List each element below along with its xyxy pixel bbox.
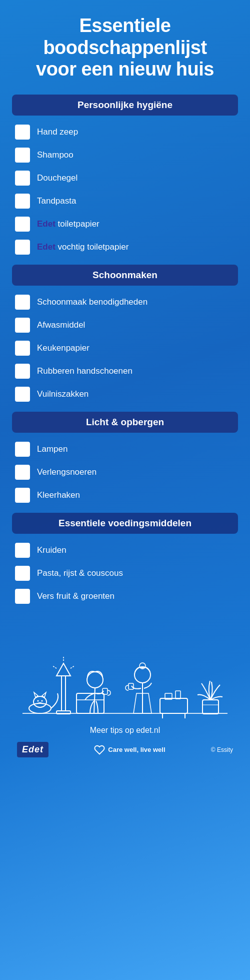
svg-marker-3 xyxy=(34,692,38,697)
food-section-header: Essentiele voedingsmiddelen xyxy=(12,513,238,534)
cleaning-checklist: Schoonmaak benodigdheden Afwasmiddel Keu… xyxy=(12,293,238,404)
list-item: Kleerhaken xyxy=(12,486,238,505)
checkbox[interactable] xyxy=(15,217,30,232)
item-text: Edet toiletpapier xyxy=(37,219,100,229)
list-item: Hand zeep xyxy=(12,123,238,142)
cleaning-section-header: Schoonmaken xyxy=(12,265,238,286)
svg-point-5 xyxy=(38,700,39,702)
svg-rect-21 xyxy=(160,698,188,713)
hygiene-checklist: Hand zeep Shampoo Douchegel Tandpasta Ed… xyxy=(12,123,238,257)
list-item: Kruiden xyxy=(12,541,238,560)
item-text: Lampen xyxy=(37,444,68,454)
main-title: Essentiele boodschappenlijst voor een ni… xyxy=(12,15,238,81)
item-text: Kleerhaken xyxy=(37,490,80,500)
item-text: Vuilniszakken xyxy=(37,389,88,399)
list-item: Lampen xyxy=(12,440,238,459)
illustration xyxy=(12,616,238,721)
list-item: Edet vochtig toiletpapier xyxy=(12,238,238,257)
list-item: Schoonmaak benodigdheden xyxy=(12,293,238,312)
edet-brand: Edet xyxy=(37,242,56,252)
checkbox[interactable] xyxy=(15,171,30,186)
food-checklist: Kruiden Pasta, rijst & couscous Vers fru… xyxy=(12,541,238,606)
checkbox[interactable] xyxy=(15,488,30,503)
item-text: Shampoo xyxy=(37,150,74,160)
illustration-svg xyxy=(18,616,232,721)
essity-text: © Essity xyxy=(211,746,233,753)
list-item: Keukenpapier xyxy=(12,339,238,358)
item-text: Verlengsnoeren xyxy=(37,467,96,477)
edet-logo: Edet xyxy=(17,742,48,757)
list-item: Douchegel xyxy=(12,169,238,188)
svg-line-12 xyxy=(52,666,56,668)
meer-tips-text: Meer tips op edet.nl xyxy=(12,726,238,735)
svg-rect-20 xyxy=(128,683,134,689)
item-text: Douchegel xyxy=(37,173,78,183)
hygiene-section-header: Persoonlijke hygiëne xyxy=(12,95,238,116)
item-text: Kruiden xyxy=(37,545,66,555)
list-item: Afwasmiddel xyxy=(12,316,238,335)
item-text: Rubberen handschoenen xyxy=(37,366,132,376)
svg-point-6 xyxy=(42,700,43,702)
checkbox[interactable] xyxy=(15,442,30,457)
main-container: Essentiele boodschappenlijst voor een ni… xyxy=(0,0,250,767)
checkbox[interactable] xyxy=(15,125,30,140)
list-item: Shampoo xyxy=(12,146,238,165)
checkbox[interactable] xyxy=(15,566,30,581)
list-item: Rubberen handschoenen xyxy=(12,362,238,381)
checkbox[interactable] xyxy=(15,589,30,604)
item-text: Edet vochtig toiletpapier xyxy=(37,242,128,252)
svg-marker-4 xyxy=(42,692,46,697)
checkbox[interactable] xyxy=(15,148,30,163)
svg-rect-9 xyxy=(62,676,66,711)
svg-rect-25 xyxy=(176,691,180,699)
item-text: Schoonmaak benodigdheden xyxy=(37,297,148,307)
heart-icon xyxy=(94,744,105,755)
checkbox[interactable] xyxy=(15,194,30,209)
checkbox[interactable] xyxy=(15,543,30,558)
item-text: Afwasmiddel xyxy=(37,320,85,330)
checkbox[interactable] xyxy=(15,341,30,356)
item-text: Vers fruit & groenten xyxy=(37,591,114,601)
item-text: Keukenpapier xyxy=(37,343,90,353)
svg-point-16 xyxy=(87,672,103,688)
svg-point-1 xyxy=(29,703,51,713)
storage-checklist: Lampen Verlengsnoeren Kleerhaken xyxy=(12,440,238,505)
care-well: Care well, live well xyxy=(94,744,165,755)
list-item: Verlengsnoeren xyxy=(12,463,238,482)
care-well-text: Care well, live well xyxy=(108,746,165,753)
svg-point-2 xyxy=(34,696,46,707)
list-item: Pasta, rijst & couscous xyxy=(12,564,238,583)
item-text: Pasta, rijst & couscous xyxy=(37,568,123,578)
edet-brand: Edet xyxy=(37,219,56,229)
checkbox[interactable] xyxy=(15,465,30,480)
footer-logos: Edet Care well, live well © Essity xyxy=(12,742,238,757)
list-item: Vuilniszakken xyxy=(12,385,238,404)
checkbox[interactable] xyxy=(15,387,30,402)
list-item: Tandpasta xyxy=(12,192,238,211)
svg-line-13 xyxy=(70,666,74,668)
checkbox[interactable] xyxy=(15,318,30,333)
list-item: Edet toiletpapier xyxy=(12,215,238,234)
item-text: Tandpasta xyxy=(37,196,76,206)
svg-rect-26 xyxy=(202,700,218,714)
checkbox[interactable] xyxy=(15,295,30,310)
checkbox[interactable] xyxy=(15,240,30,255)
item-text: Hand zeep xyxy=(37,127,78,137)
checkbox[interactable] xyxy=(15,364,30,379)
storage-section-header: Licht & opbergen xyxy=(12,412,238,433)
edet-logo-box: Edet xyxy=(17,742,48,757)
svg-rect-10 xyxy=(56,711,70,714)
list-item: Vers fruit & groenten xyxy=(12,587,238,606)
footer: Meer tips op edet.nl Edet Care well, liv… xyxy=(12,726,238,757)
